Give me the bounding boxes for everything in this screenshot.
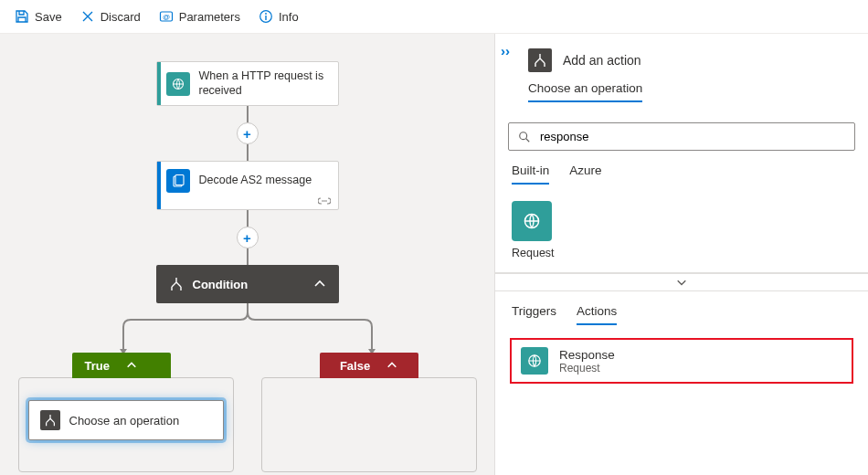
svg-point-3 [265,13,267,15]
tab-built-in[interactable]: Built-in [512,164,549,185]
tab-actions[interactable]: Actions [577,304,617,325]
condition-node[interactable]: Condition [156,265,339,303]
discard-button[interactable]: Discard [73,5,148,27]
expand-connectors-button[interactable] [495,273,868,291]
chevron-up-icon[interactable] [386,360,397,371]
choose-operation-label: Choose an operation [69,414,180,428]
panel-subtitle-row: Choose an operation [495,79,868,102]
branch-false-header[interactable]: False [320,353,418,378]
search-box[interactable] [508,122,855,151]
panel-title: Add an action [563,53,641,68]
connector-gallery: Request [495,185,868,273]
svg-rect-7 [175,175,184,185]
panel-header: Add an action [495,34,868,79]
tab-triggers[interactable]: Triggers [512,304,556,325]
info-icon [259,9,273,24]
choose-operation-button[interactable]: Choose an operation [28,400,224,440]
scope-tabs: Built-in Azure [495,151,868,185]
panel-subtitle: Choose an operation [528,81,642,102]
save-button[interactable]: Save [7,5,69,27]
result-title: Response [559,348,615,362]
branch-connector [83,303,412,354]
result-subtitle: Request [559,362,615,375]
operation-icon [40,410,60,430]
trigger-label: When a HTTP request is received [199,69,329,98]
connector-line [247,106,249,122]
parameters-button[interactable]: @ Parameters [152,5,248,27]
chevron-up-icon[interactable] [313,278,326,290]
response-icon [521,347,548,375]
branch-false-label: False [340,359,370,373]
discard-label: Discard [101,10,141,24]
search-input[interactable] [538,129,845,144]
connector-label: Request [512,247,852,259]
connector-line [247,248,249,265]
discard-icon [80,9,95,24]
chevron-up-icon[interactable] [126,360,137,371]
action-result-response[interactable]: Response Request [510,338,853,384]
branch-false-container[interactable]: False [261,377,477,472]
branch-true-label: True [85,359,110,373]
designer-canvas[interactable]: When a HTTP request is received + Decode… [0,34,495,475]
parameters-label: Parameters [179,10,240,24]
action-node-decode-as2[interactable]: Decode AS2 message [156,161,339,210]
save-label: Save [35,10,62,24]
svg-point-8 [520,132,527,139]
tab-azure[interactable]: Azure [569,164,601,185]
add-action-icon [528,48,552,72]
info-label: Info [279,10,299,24]
triggers-actions-tabs: Triggers Actions [495,291,868,325]
add-step-button[interactable]: + [237,122,259,144]
collapse-panel-button[interactable]: ›› [501,43,510,58]
node-accent [157,62,161,105]
as2-label: Decode AS2 message [199,174,312,188]
condition-label: Condition [193,278,249,291]
svg-text:@: @ [163,13,170,21]
connector-line [247,144,249,161]
parameters-icon: @ [159,9,174,24]
connector-line [247,210,249,227]
search-icon [518,131,531,143]
add-step-button[interactable]: + [237,227,259,248]
branch-true-header[interactable]: True [72,353,171,378]
http-request-icon [166,72,190,96]
top-toolbar: Save Discard @ Parameters Info [0,0,868,34]
svg-line-9 [526,138,530,142]
info-button[interactable]: Info [251,5,306,27]
node-accent [157,162,161,209]
branch-true-container[interactable]: True Choose an operation [18,377,234,472]
svg-rect-4 [265,16,266,20]
trigger-node-http-request[interactable]: When a HTTP request is received [156,61,339,106]
link-icon [318,196,331,206]
action-picker-panel: ›› Add an action Choose an operation Bui… [495,34,868,475]
condition-icon [169,277,184,291]
as2-icon [166,169,190,193]
connector-tile-request[interactable] [512,201,552,241]
save-icon [15,9,29,24]
